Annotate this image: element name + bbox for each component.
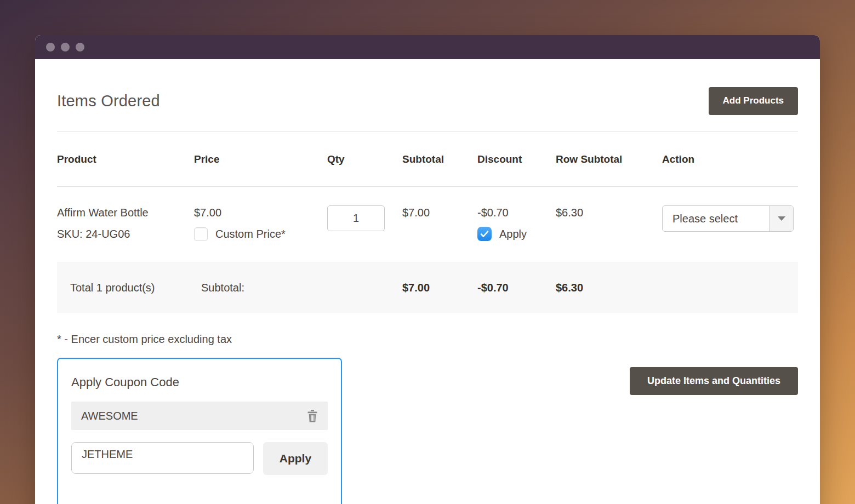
- subtotal-cell: $7.00: [402, 205, 477, 220]
- totals-subtotal-value: $7.00: [402, 280, 477, 295]
- totals-discount-value: -$0.70: [477, 280, 556, 295]
- coupon-title: Apply Coupon Code: [71, 375, 328, 390]
- order-items-panel: Items Ordered Add Products Product Price…: [35, 87, 820, 504]
- page-title: Items Ordered: [57, 92, 160, 110]
- row-subtotal-cell: $6.30: [556, 205, 662, 220]
- column-header-product: Product: [57, 153, 194, 165]
- bottom-section: Apply Coupon Code AWESOME: [57, 358, 798, 504]
- price-cell: $7.00 Custom Price*: [194, 205, 327, 241]
- discount-value: -$0.70: [477, 205, 556, 220]
- coupon-input-row: Apply: [71, 442, 328, 475]
- column-header-row-subtotal: Row Subtotal: [556, 153, 662, 165]
- desktop-background: Items Ordered Add Products Product Price…: [0, 0, 855, 504]
- trash-icon: [307, 410, 318, 422]
- remove-coupon-button[interactable]: [307, 410, 318, 422]
- apply-discount-checkbox[interactable]: [477, 227, 492, 241]
- column-header-action: Action: [662, 153, 798, 165]
- discount-cell: -$0.70 Apply: [477, 205, 556, 241]
- window-control-dot[interactable]: [61, 43, 70, 51]
- totals-subtotal-label: Subtotal:: [194, 280, 327, 295]
- action-select-value: Please select: [663, 206, 769, 231]
- page-header: Items Ordered Add Products: [57, 87, 798, 115]
- select-arrow-button[interactable]: [769, 206, 793, 231]
- custom-price-checkbox[interactable]: [194, 227, 208, 241]
- app-window: Items Ordered Add Products Product Price…: [35, 35, 820, 504]
- add-products-button[interactable]: Add Products: [709, 87, 798, 115]
- column-header-subtotal: Subtotal: [402, 153, 477, 165]
- coupon-code-input[interactable]: [71, 442, 254, 474]
- applied-coupon-row: AWESOME: [71, 402, 328, 430]
- qty-input[interactable]: [327, 205, 385, 231]
- coupon-panel: Apply Coupon Code AWESOME: [57, 358, 342, 504]
- totals-row-subtotal-value: $6.30: [556, 280, 662, 295]
- subtotal-value: $7.00: [402, 207, 430, 219]
- table-row: Affirm Water Bottle SKU: 24-UG06 $7.00 C…: [57, 187, 798, 262]
- checkmark-icon: [480, 230, 489, 238]
- column-header-qty: Qty: [327, 153, 402, 165]
- column-header-discount: Discount: [477, 153, 556, 165]
- window-control-dot[interactable]: [46, 43, 55, 51]
- items-table-header: Product Price Qty Subtotal Discount Row …: [57, 132, 798, 187]
- apply-discount-label: Apply: [499, 227, 527, 241]
- applied-coupon-code: AWESOME: [81, 410, 138, 422]
- custom-price-footnote: * - Encer custom price excluding tax: [57, 333, 798, 346]
- column-header-price: Price: [194, 153, 327, 165]
- action-cell: Please select: [662, 205, 798, 232]
- chevron-down-icon: [778, 216, 785, 221]
- apply-coupon-button[interactable]: Apply: [263, 442, 328, 475]
- product-sku: SKU: 24-UG06: [57, 227, 194, 241]
- row-subtotal-value: $6.30: [556, 207, 583, 219]
- totals-count-label: Total 1 product(s): [57, 280, 194, 295]
- product-name: Affirm Water Bottle: [57, 205, 194, 220]
- totals-row: Total 1 product(s) Subtotal: $7.00 -$0.7…: [57, 262, 798, 313]
- window-control-dot[interactable]: [76, 43, 84, 51]
- product-cell: Affirm Water Bottle SKU: 24-UG06: [57, 205, 194, 241]
- window-titlebar: [35, 35, 820, 59]
- custom-price-label: Custom Price*: [215, 227, 286, 241]
- qty-cell: [327, 205, 402, 231]
- action-select[interactable]: Please select: [662, 205, 794, 232]
- price-value: $7.00: [194, 205, 327, 220]
- update-items-button[interactable]: Update Items and Quantities: [630, 367, 798, 395]
